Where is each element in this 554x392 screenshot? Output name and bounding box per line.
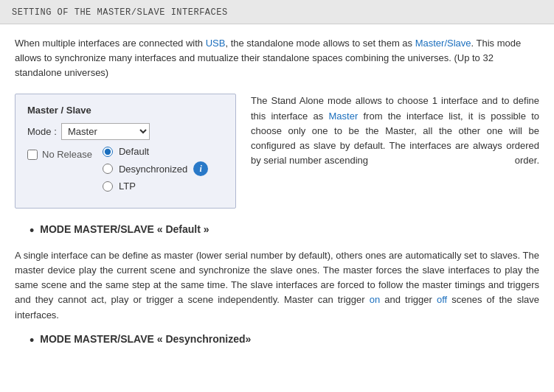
- radio-options: Default Desynchronized i: [103, 146, 208, 196]
- help-icon[interactable]: i: [193, 161, 208, 176]
- no-release-label: No Release: [42, 149, 92, 160]
- content-area: When multiple interfaces are connected w…: [0, 24, 554, 369]
- header-bar: SETTING OF THE MASTER/SLAVE INTERFACES: [0, 0, 554, 24]
- intro-masterslave-highlight: Master/Slave: [415, 38, 471, 49]
- header-title: SETTING OF THE MASTER/SLAVE INTERFACES: [12, 7, 228, 18]
- mode-label: Mode :: [27, 126, 57, 137]
- no-release-checkbox[interactable]: [27, 150, 38, 160]
- trigger-off: off: [437, 294, 447, 305]
- radio-label-desync: Desynchronized: [119, 164, 187, 175]
- radio-option-desync: Desynchronized i: [103, 161, 208, 176]
- left-panel: Master / Slave Mode : Master Slave: [15, 94, 236, 209]
- right-panel: The Stand Alone mode allows to choose 1 …: [251, 94, 539, 209]
- radio-desync[interactable]: [103, 164, 113, 174]
- box-inner-layout: No Release Default: [27, 146, 224, 196]
- section2-bullet: • MODE MASTER/SLAVE « Desynchronized»: [30, 333, 539, 349]
- mode-row: Mode : Master Slave: [27, 123, 224, 140]
- no-release-col: No Release: [27, 146, 92, 196]
- two-column-section: Master / Slave Mode : Master Slave: [15, 94, 539, 209]
- trigger-on: on: [370, 294, 380, 305]
- radio-ltp[interactable]: [103, 181, 113, 192]
- intro-paragraph: When multiple interfaces are connected w…: [15, 36, 539, 80]
- mode-select[interactable]: Master Slave: [61, 123, 150, 140]
- radio-option-default: Default: [103, 146, 208, 157]
- radio-label-ltp: LTP: [119, 181, 136, 192]
- section2-title: MODE MASTER/SLAVE « Desynchronized»: [40, 333, 251, 345]
- bullet-dot-1: •: [30, 223, 34, 239]
- master-highlight: Master: [329, 111, 359, 122]
- radio-row-ltp: LTP: [103, 181, 136, 192]
- intro-usb-highlight: USB: [206, 38, 226, 49]
- radio-default[interactable]: [103, 147, 113, 157]
- section1-title: MODE MASTER/SLAVE « Default »: [40, 223, 209, 235]
- no-release-row: No Release: [27, 149, 92, 160]
- radio-row-default: Default: [103, 146, 149, 157]
- radio-label-default: Default: [119, 146, 149, 157]
- radio-row-desync: Desynchronized i: [103, 161, 208, 176]
- page-container: SETTING OF THE MASTER/SLAVE INTERFACES W…: [0, 0, 554, 369]
- section1-body: A single interface can be define as mast…: [15, 248, 539, 323]
- bullet-dot-2: •: [30, 333, 34, 349]
- section1-bullet: • MODE MASTER/SLAVE « Default »: [30, 223, 539, 239]
- box-title: Master / Slave: [27, 105, 224, 116]
- master-slave-box: Master / Slave Mode : Master Slave: [15, 94, 236, 209]
- radio-option-ltp: LTP: [103, 181, 208, 192]
